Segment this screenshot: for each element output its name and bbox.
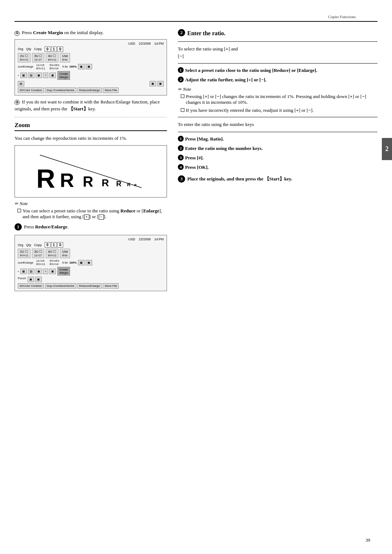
dotted-divider-1: [15, 117, 167, 117]
step2-no-combine: ② If you do not want to combine it with …: [15, 98, 167, 113]
step1-circle: ①: [15, 30, 21, 35]
display-counter-row: Org Qty Copy 0 1 0: [18, 46, 164, 52]
left-note-section: ✏ Note You can select a preset ratio clo…: [15, 201, 167, 220]
step1-press-create-margin: ① Press Create Margin on the initial dis…: [15, 29, 167, 36]
zoom-illustration: R R R R R R R: [15, 145, 167, 197]
final-step: 3 Place the originals, and then press th…: [178, 175, 377, 183]
svg-text:R: R: [116, 180, 122, 188]
zoom-intro: You can change the reproduction ratio in…: [15, 135, 167, 142]
page-container: Copier Functions 2 ① Press Create Margin…: [0, 0, 392, 554]
step1-text-suffix: on the initial display.: [64, 30, 104, 35]
page-header: Copier Functions: [15, 15, 377, 22]
right-note-section: ✏ Note Pressing [+] or [−] changes the r…: [178, 87, 377, 113]
section-tab: 2: [382, 138, 392, 160]
right-note-item-2: If you have incorrectly entered the rati…: [178, 107, 377, 113]
solid-divider-2: [178, 63, 377, 64]
num-step-2: 2 Enter the ratio using the number keys.: [178, 145, 377, 152]
press-reduce-enlarge-step: 1 Press Reduce/Enlarge.: [15, 223, 167, 231]
step1-bold-text: Create Margin: [33, 30, 63, 35]
step1-text-prefix: Press: [22, 30, 33, 35]
zoom-svg: R R R R R R R: [29, 151, 152, 191]
display-size-row: uce/Enlarge 11×158½×11 5½×8½8½×14 9.9e 1…: [18, 64, 164, 70]
page-number: 39: [366, 537, 370, 543]
right-column: 2 Enter the ratio. To select the ratio u…: [178, 29, 377, 294]
right-sub-step-1: 1 Select a preset ratio close to the rat…: [178, 67, 377, 74]
num-step-4: 4 Press [OK].: [178, 164, 377, 171]
svg-text:R: R: [127, 182, 131, 187]
enter-ratio-title: Enter the ratio.: [187, 29, 377, 38]
left-note-title: ✏ Note: [15, 201, 167, 207]
right-sub-step-2: 2 Adjust the ratio further, using [+] or…: [178, 77, 377, 83]
zoom-intro-text: You can change the reproduction ratio in…: [15, 135, 127, 141]
right-note-item-1: Pressing [+] or [−] changes the ratio in…: [178, 94, 377, 105]
enter-ratio-heading-step: 2 Enter the ratio.: [178, 29, 377, 38]
svg-text:R: R: [134, 183, 137, 187]
zoom-title: Zoom: [15, 122, 167, 131]
svg-text:R: R: [60, 169, 74, 191]
copier-display-2: USD 22/2008 14:PM Org Qty Copy 0 1 0 2U …: [15, 235, 167, 291]
svg-text:R: R: [102, 177, 109, 188]
solid-divider-3: [178, 117, 377, 117]
select-ratio-label: To select the ratio using [+] and [−]: [178, 45, 377, 60]
svg-text:R: R: [83, 174, 93, 190]
solid-divider-4: [178, 132, 377, 132]
enter-number-label: To enter the ratio using the number keys: [178, 121, 377, 128]
svg-text:R: R: [36, 164, 55, 191]
copier-display-1: USD 22/2008 14:PM Org Qty Copy 0 1 0 2U …: [15, 39, 167, 95]
left-column: ① Press Create Margin on the initial dis…: [15, 29, 167, 294]
display-top-row: USD 22/2008 14:PM: [18, 42, 164, 45]
num-step-3: 3 Press [#].: [178, 155, 377, 161]
num-step-1: 1 Press [Mag. Ratio].: [178, 136, 377, 142]
content-area: ① Press Create Margin on the initial dis…: [15, 22, 377, 294]
header-label: Copier Functions: [328, 15, 356, 19]
display-tabs-row: 2U ☐8½×11 3U ☐11×17 4U ☐8½×11 Use8½e: [18, 53, 164, 62]
solid-divider-1: [178, 41, 377, 42]
left-note-item-1: You can select a preset ratio close to t…: [15, 208, 167, 220]
